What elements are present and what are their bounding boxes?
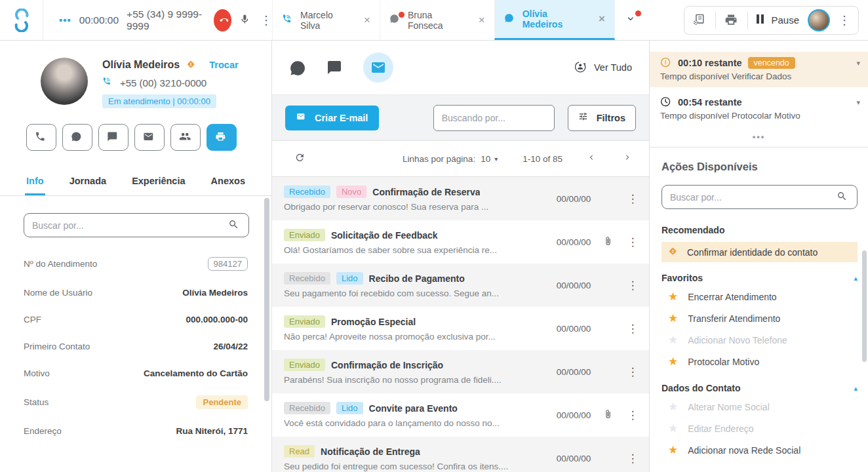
refresh-icon bbox=[294, 152, 307, 165]
email-row[interactable]: Read Notificação de Entrega Seu pedido f… bbox=[272, 437, 649, 472]
tab-experiencia[interactable]: Experiência bbox=[130, 170, 186, 195]
email-menu-button[interactable]: ⋮ bbox=[623, 192, 642, 206]
action-alterar-nome-social: ★ Alterar Nome Social bbox=[661, 396, 858, 418]
call-options-dots-icon[interactable]: ••• bbox=[59, 14, 71, 26]
kebab-icon: ⋮ bbox=[627, 323, 639, 335]
prev-page-button[interactable] bbox=[587, 153, 599, 165]
phone-in-talk-icon bbox=[102, 77, 114, 88]
email-menu-button[interactable]: ⋮ bbox=[623, 322, 642, 336]
inbox-toolbar: Criar E-mail Filtros bbox=[272, 95, 649, 141]
call-menu-button[interactable]: ⋮ bbox=[260, 14, 272, 26]
vencendo-badge: vencendo bbox=[748, 57, 795, 69]
star-icon[interactable]: ★ bbox=[668, 356, 678, 367]
call-contact-button[interactable] bbox=[26, 124, 56, 151]
action-protocolar-motivo[interactable]: ★ Protocolar Motivo bbox=[661, 351, 858, 372]
tab-anexos[interactable]: Anexos bbox=[210, 170, 247, 195]
view-all-button[interactable]: Ver Tudo bbox=[574, 61, 632, 75]
mic-icon bbox=[239, 14, 252, 27]
contact-phone: +55 (00) 3210-0000 bbox=[120, 77, 207, 88]
tab-info[interactable]: Info bbox=[25, 170, 45, 195]
chat-contact-button[interactable] bbox=[98, 124, 128, 151]
action-transferir-atendimento[interactable]: ★ Transferir Atendimento bbox=[661, 307, 858, 329]
timer-expand-button[interactable]: ▾ bbox=[856, 98, 860, 107]
email-row[interactable]: Enviado Solicitação de Feedback Olá! Gos… bbox=[272, 220, 649, 264]
tab-close-icon[interactable]: × bbox=[364, 14, 370, 27]
rows-per-page-value: 10 bbox=[481, 154, 490, 164]
tab-olivia-medeiros[interactable]: Olívia Medeiros × bbox=[494, 0, 615, 40]
star-icon[interactable]: ★ bbox=[668, 444, 678, 456]
tab-close-icon[interactable]: × bbox=[599, 12, 605, 26]
email-row[interactable]: Recebido Novo Confirmação de Reserva Obr… bbox=[272, 177, 649, 220]
email-subject: Confirmação de Inscrição bbox=[331, 360, 443, 370]
timer-expand-button[interactable]: ▾ bbox=[856, 59, 860, 68]
email-row[interactable]: Recebido Lido Recibo de Pagamento Seu pa… bbox=[272, 264, 649, 307]
inbox-search-input[interactable] bbox=[433, 105, 555, 131]
email-row[interactable]: Enviado Confirmação de Inscrição Parabén… bbox=[272, 350, 649, 393]
email-preview: Seu pedido foi entregue com sucesso! Con… bbox=[284, 462, 547, 471]
action-adicionar-rede-social[interactable]: ★ Adicionar nova Rede Social bbox=[661, 439, 858, 461]
channel-whatsapp-button[interactable] bbox=[289, 60, 306, 76]
email-menu-button[interactable]: ⋮ bbox=[623, 235, 642, 249]
hangup-phone-icon bbox=[216, 14, 228, 26]
whatsapp-icon bbox=[289, 60, 306, 76]
more-timers-button[interactable]: ••• bbox=[753, 132, 766, 142]
star-icon[interactable]: ★ bbox=[668, 291, 678, 302]
script-button[interactable] bbox=[692, 13, 707, 28]
refresh-button[interactable] bbox=[294, 152, 307, 165]
recommended-action[interactable]: Confirmar identidade do contato bbox=[661, 242, 858, 262]
email-row[interactable]: Recebido Lido Convite para Evento Você e… bbox=[272, 393, 649, 437]
tab-marcelo-silva[interactable]: Marcelo Silva × bbox=[272, 0, 380, 40]
fax-channel-button-active[interactable] bbox=[207, 124, 237, 151]
right-panel-scrollbar[interactable] bbox=[862, 250, 867, 362]
tab-bruna-fonseca[interactable]: Bruna Fonseca × bbox=[380, 0, 494, 40]
field-label: Motivo bbox=[24, 368, 50, 378]
next-page-button[interactable] bbox=[623, 153, 635, 165]
email-date: 00/00/00 bbox=[552, 367, 595, 377]
pause-button[interactable]: Pause bbox=[757, 14, 799, 26]
compose-email-button[interactable]: Criar E-mail bbox=[285, 106, 379, 130]
collapse-section-button[interactable]: ▴ bbox=[854, 384, 858, 393]
agent-menu-button[interactable]: ⋮ bbox=[838, 14, 850, 26]
email-menu-button[interactable]: ⋮ bbox=[623, 408, 642, 422]
left-panel-scrollbar[interactable] bbox=[264, 198, 269, 401]
pagination-range: 1-10 of 85 bbox=[523, 154, 562, 164]
printer-button[interactable] bbox=[724, 13, 739, 28]
timer-description: Tempo disponível Protocolar Motivo bbox=[660, 111, 860, 121]
email-preview: Parabéns! Sua inscrição no nosso program… bbox=[284, 375, 547, 385]
field-label: CPF bbox=[24, 315, 41, 324]
collapse-section-button[interactable]: ▴ bbox=[854, 274, 858, 283]
star-icon[interactable]: ★ bbox=[668, 313, 678, 324]
contact-search-input[interactable] bbox=[24, 213, 249, 237]
field-value: 26/04/22 bbox=[213, 342, 248, 351]
email-contact-button[interactable] bbox=[134, 124, 165, 151]
tab-jornada[interactable]: Jornada bbox=[68, 170, 108, 195]
channel-email-button-active[interactable] bbox=[363, 52, 393, 83]
tab-close-icon[interactable]: × bbox=[479, 14, 485, 27]
hangup-button[interactable] bbox=[214, 9, 231, 31]
email-menu-button[interactable]: ⋮ bbox=[623, 365, 642, 379]
email-menu-button[interactable]: ⋮ bbox=[623, 452, 642, 465]
email-menu-button[interactable]: ⋮ bbox=[623, 279, 642, 292]
action-encerrar-atendimento[interactable]: ★ Encerrar Atendimento bbox=[661, 286, 858, 307]
agent-avatar[interactable] bbox=[808, 9, 830, 31]
field-label: Status bbox=[24, 397, 49, 407]
rows-per-page-select[interactable]: 10 ▾ bbox=[481, 154, 498, 164]
actions-search-input[interactable] bbox=[661, 185, 858, 209]
channel-switcher: Ver Tudo bbox=[272, 41, 649, 95]
call-timer: 00:00:00 bbox=[79, 14, 119, 26]
pause-icon bbox=[757, 14, 766, 26]
filters-button[interactable]: Filtros bbox=[568, 105, 636, 131]
mic-button[interactable] bbox=[239, 14, 252, 27]
call-phone-number: +55 (34) 9 9999-9999 bbox=[127, 9, 205, 32]
contact-header: Olívia Medeiros Trocar +55 (00) 3210-000… bbox=[0, 58, 271, 108]
email-row[interactable]: Enviado Promoção Especial Não perca! Apr… bbox=[272, 307, 649, 350]
email-badge: Novo bbox=[336, 186, 366, 198]
star-icon: ★ bbox=[668, 401, 678, 412]
channel-chat-button[interactable] bbox=[326, 60, 342, 75]
whatsapp-contact-button[interactable] bbox=[62, 124, 92, 151]
tab-overflow-button[interactable] bbox=[615, 0, 649, 40]
contacts-button[interactable] bbox=[170, 124, 201, 151]
email-subject: Solicitação de Feedback bbox=[331, 230, 438, 241]
change-contact-link[interactable]: Trocar bbox=[209, 60, 238, 70]
email-badge: Enviado bbox=[284, 315, 325, 328]
